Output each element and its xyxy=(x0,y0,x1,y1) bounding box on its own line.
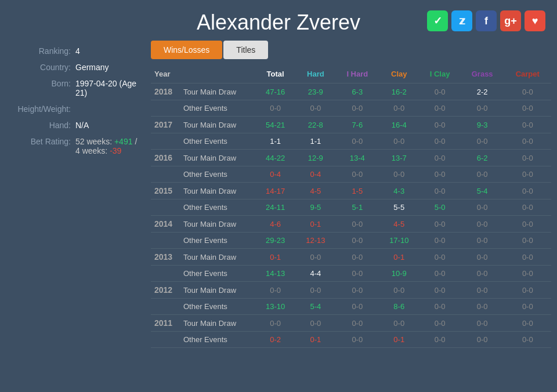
cell-stat: 0-0 xyxy=(335,100,379,117)
cell-stat: 0-0 xyxy=(504,282,551,299)
cell-stat: 0-0 xyxy=(504,233,551,249)
cell-year: 2013 xyxy=(151,249,180,266)
cell-stat: 0-0 xyxy=(461,233,504,249)
stats-panel: Wins/Losses Titles Year Total Hard I Har… xyxy=(151,41,551,348)
cell-stat: 47-16 xyxy=(255,84,295,100)
cell-stat: 0-0 xyxy=(335,166,379,183)
cell-year: 2011 xyxy=(151,315,180,332)
cell-stat: 0-0 xyxy=(504,100,551,117)
cell-stat: 0-0 xyxy=(379,133,419,150)
cell-stat: 0-1 xyxy=(379,332,419,348)
cell-event: Other Events xyxy=(180,199,255,216)
cell-year: 2016 xyxy=(151,150,180,166)
cell-stat: 0-0 xyxy=(504,150,551,166)
cell-stat: 0-0 xyxy=(335,249,379,266)
cell-stat: 1-5 xyxy=(335,183,379,199)
cell-year xyxy=(151,166,180,183)
cell-stat: 0-0 xyxy=(504,166,551,183)
cell-stat: 23-9 xyxy=(295,84,335,100)
stats-table: Year Total Hard I Hard Clay I Clay Grass… xyxy=(151,65,551,348)
cell-stat: 13-4 xyxy=(335,150,379,166)
cell-stat: 5-4 xyxy=(295,299,335,315)
twitter-icon[interactable]: 𝕫 xyxy=(451,10,472,31)
cell-stat: 0-0 xyxy=(419,233,460,249)
table-row: Other Events0-40-40-00-00-00-00-0 xyxy=(151,166,551,183)
cell-stat: 4-6 xyxy=(255,216,295,233)
country-value: Germany xyxy=(75,63,109,72)
col-header-iclay: I Clay xyxy=(419,65,460,84)
cell-stat: 17-10 xyxy=(379,233,419,249)
cell-stat: 0-1 xyxy=(255,249,295,266)
table-row: 2014Tour Main Draw4-60-10-04-50-00-00-0 xyxy=(151,216,551,233)
cell-stat: 0-0 xyxy=(461,133,504,150)
tabs-row: Wins/Losses Titles xyxy=(151,41,551,59)
whatsapp-icon[interactable]: ✓ xyxy=(427,10,448,31)
cell-stat: 0-0 xyxy=(419,133,460,150)
tab-titles[interactable]: Titles xyxy=(223,41,268,59)
table-row: Other Events0-00-00-00-00-00-00-0 xyxy=(151,100,551,117)
cell-stat: 22-8 xyxy=(295,117,335,133)
cell-stat: 10-9 xyxy=(379,266,419,282)
cell-stat: 14-17 xyxy=(255,183,295,199)
cell-stat: 6-2 xyxy=(461,150,504,166)
table-row: Other Events13-105-40-08-60-00-00-0 xyxy=(151,299,551,315)
cell-event: Other Events xyxy=(180,299,255,315)
cell-stat: 4-3 xyxy=(379,183,419,199)
cell-stat: 0-0 xyxy=(335,332,379,348)
cell-stat: 5-5 xyxy=(379,199,419,216)
cell-event: Tour Main Draw xyxy=(180,150,255,166)
cell-stat: 13-7 xyxy=(379,150,419,166)
table-row: Other Events0-20-10-00-10-00-00-0 xyxy=(151,332,551,348)
cell-stat: 0-2 xyxy=(255,332,295,348)
cell-stat: 0-0 xyxy=(461,100,504,117)
cell-stat: 0-0 xyxy=(419,117,460,133)
cell-stat: 0-0 xyxy=(504,299,551,315)
cell-stat: 0-0 xyxy=(335,315,379,332)
cell-stat: 0-0 xyxy=(504,84,551,100)
col-header-hard: Hard xyxy=(295,65,335,84)
cell-stat: 9-3 xyxy=(461,117,504,133)
bet-label: Bet Rating: xyxy=(17,137,75,146)
cell-stat: 0-0 xyxy=(504,117,551,133)
cell-stat: 0-0 xyxy=(461,282,504,299)
table-row: Other Events24-119-55-15-55-00-00-0 xyxy=(151,199,551,216)
ranking-value: 4 xyxy=(75,46,80,56)
cell-year: 2018 xyxy=(151,84,180,100)
cell-year: 2012 xyxy=(151,282,180,299)
bet-4w-label: 4 weeks: xyxy=(75,146,110,155)
col-header-clay: Clay xyxy=(379,65,419,84)
facebook-icon[interactable]: f xyxy=(476,10,497,31)
cell-stat: 0-0 xyxy=(419,315,460,332)
google-icon[interactable]: g+ xyxy=(500,10,521,31)
cell-event: Tour Main Draw xyxy=(180,84,255,100)
cell-event: Tour Main Draw xyxy=(180,216,255,233)
cell-stat: 5-0 xyxy=(419,199,460,216)
col-header-grass: Grass xyxy=(461,65,504,84)
cell-stat: 12-9 xyxy=(295,150,335,166)
cell-stat: 0-0 xyxy=(504,199,551,216)
cell-stat: 0-0 xyxy=(335,266,379,282)
heart-icon[interactable]: ♥ xyxy=(525,10,545,31)
cell-stat: 14-13 xyxy=(255,266,295,282)
cell-stat: 0-0 xyxy=(295,249,335,266)
cell-stat: 0-0 xyxy=(419,299,460,315)
hand-value: N/A xyxy=(75,121,89,130)
table-row: 2011Tour Main Draw0-00-00-00-00-00-00-0 xyxy=(151,315,551,332)
cell-stat: 1-1 xyxy=(295,133,335,150)
col-header-year: Year xyxy=(151,65,180,84)
cell-event: Tour Main Draw xyxy=(180,117,255,133)
cell-year: 2017 xyxy=(151,117,180,133)
cell-stat: 0-0 xyxy=(461,249,504,266)
tab-wins-losses[interactable]: Wins/Losses xyxy=(151,41,222,59)
cell-stat: 0-0 xyxy=(335,233,379,249)
cell-stat: 0-0 xyxy=(419,150,460,166)
hand-label: Hand: xyxy=(17,121,75,130)
social-icons-container: ✓ 𝕫 f g+ ♥ xyxy=(427,10,545,31)
cell-year xyxy=(151,266,180,282)
cell-event: Tour Main Draw xyxy=(180,315,255,332)
cell-stat: 0-0 xyxy=(255,100,295,117)
cell-stat: 16-2 xyxy=(379,84,419,100)
cell-year xyxy=(151,133,180,150)
cell-stat: 0-1 xyxy=(295,332,335,348)
cell-stat: 0-0 xyxy=(504,249,551,266)
